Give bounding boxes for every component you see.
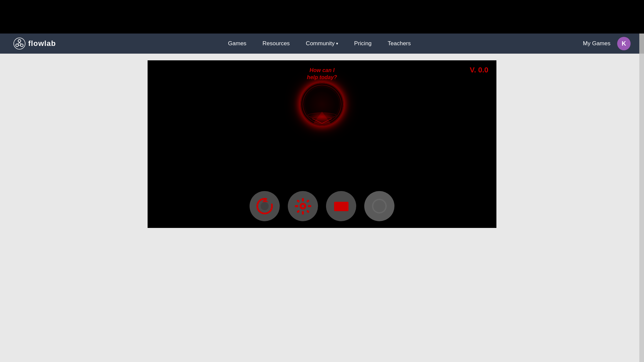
help-icon xyxy=(256,197,274,216)
circle-icon xyxy=(370,197,389,216)
svg-line-4 xyxy=(18,42,19,45)
nav-teachers[interactable]: Teachers xyxy=(388,40,411,47)
svg-point-17 xyxy=(261,202,269,210)
circle-button[interactable] xyxy=(364,191,394,221)
svg-rect-22 xyxy=(308,205,311,207)
navbar: flowlab Games Resources Community ▾ Pric… xyxy=(0,34,644,54)
svg-point-1 xyxy=(18,40,21,42)
nav-games[interactable]: Games xyxy=(228,40,247,47)
svg-rect-25 xyxy=(297,210,300,213)
nav-resources[interactable]: Resources xyxy=(263,40,290,47)
settings-button[interactable] xyxy=(288,191,318,221)
orb-glow xyxy=(309,112,335,122)
svg-rect-19 xyxy=(302,198,304,201)
nav-pricing[interactable]: Pricing xyxy=(354,40,372,47)
ai-orb[interactable] xyxy=(300,82,344,126)
user-avatar[interactable]: K xyxy=(617,37,631,50)
flowlab-logo-icon xyxy=(13,38,25,50)
logo-text: flowlab xyxy=(28,39,56,48)
logo-area: flowlab xyxy=(13,38,56,50)
svg-rect-30 xyxy=(335,203,347,210)
svg-line-5 xyxy=(19,42,21,45)
nav-community[interactable]: Community ▾ xyxy=(306,40,338,47)
navbar-right: My Games K xyxy=(583,37,631,50)
svg-point-28 xyxy=(302,205,304,207)
scrollbar-thumb[interactable] xyxy=(639,34,644,54)
svg-rect-26 xyxy=(306,210,310,213)
help-button[interactable] xyxy=(250,191,280,221)
screen-icon xyxy=(332,197,351,216)
top-black-bar xyxy=(0,0,644,34)
svg-rect-20 xyxy=(302,211,304,215)
svg-point-32 xyxy=(373,200,385,212)
page-background: V. 0.0 How can Ihelp today? xyxy=(0,54,644,362)
display-button[interactable] xyxy=(326,191,356,221)
orb-container: How can Ihelp today? xyxy=(300,67,344,126)
chevron-down-icon: ▾ xyxy=(336,41,338,46)
svg-rect-23 xyxy=(297,199,300,203)
scrollbar[interactable] xyxy=(639,34,644,362)
gear-icon xyxy=(294,197,312,216)
svg-rect-24 xyxy=(306,199,310,203)
nav-links: Games Resources Community ▾ Pricing Teac… xyxy=(228,40,411,47)
bottom-buttons xyxy=(250,191,394,221)
version-text: V. 0.0 xyxy=(470,66,488,74)
svg-rect-21 xyxy=(295,205,298,207)
orb-text: How can Ihelp today? xyxy=(307,67,337,81)
my-games-link[interactable]: My Games xyxy=(583,40,610,47)
game-canvas[interactable]: V. 0.0 How can Ihelp today? xyxy=(148,60,496,228)
